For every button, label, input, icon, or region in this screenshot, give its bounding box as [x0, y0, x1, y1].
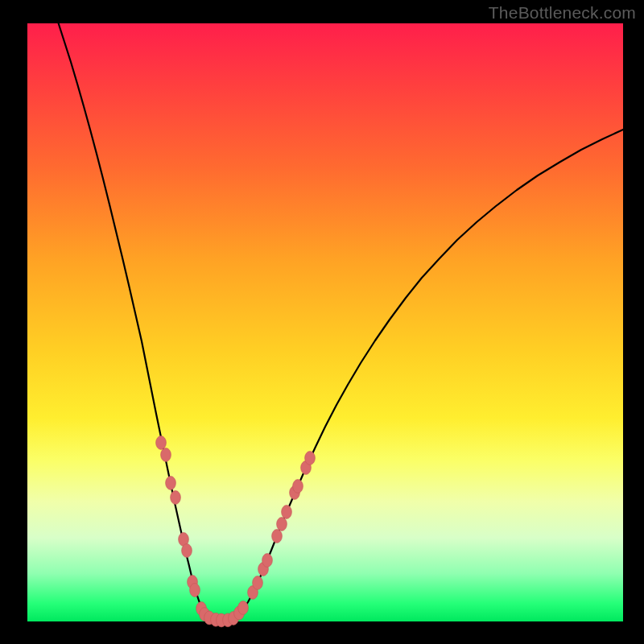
curve-marker	[190, 584, 200, 597]
curve-marker	[282, 506, 292, 519]
curve-marker	[182, 544, 192, 558]
curve-marker	[262, 554, 273, 568]
curve-marker	[171, 491, 181, 505]
curve-marker	[293, 480, 303, 493]
curve-marker	[253, 576, 263, 590]
curve-marker	[305, 452, 316, 465]
bottleneck-curve	[58, 22, 623, 621]
curve-marker	[156, 436, 167, 450]
chart-svg	[0, 0, 644, 644]
markers-group	[156, 436, 316, 627]
curve-marker	[161, 448, 171, 462]
curve-marker	[277, 518, 287, 531]
curve-marker	[166, 477, 176, 490]
outer-frame: TheBottleneck.com	[0, 0, 644, 644]
curve-marker	[272, 530, 283, 543]
curve-marker	[238, 601, 249, 615]
